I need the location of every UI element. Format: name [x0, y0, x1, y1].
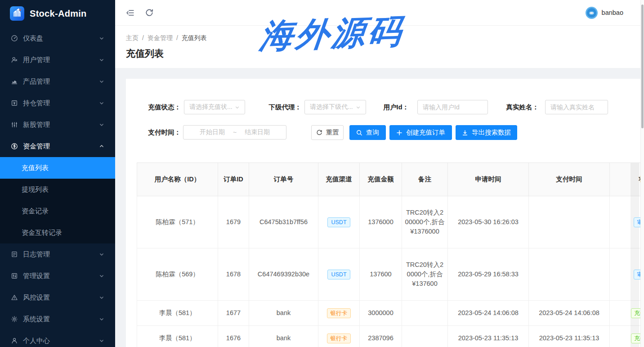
sidebar-item-admin-settings[interactable]: 管理设置	[0, 265, 115, 287]
chevron-down-icon	[99, 57, 104, 63]
download-icon	[462, 130, 468, 136]
cell-channel: 银行卡	[318, 326, 360, 347]
pay-time-label: 支付时间：	[139, 125, 181, 140]
sidebar-item-new-stock-management[interactable]: 新股管理	[0, 114, 115, 135]
sidebar-item-product-management[interactable]: 产品管理	[0, 71, 115, 92]
chevron-down-icon	[99, 79, 104, 84]
user-id-input[interactable]	[417, 100, 488, 114]
sidebar-item-system-settings[interactable]: 系统设置	[0, 308, 115, 330]
cell-pay-time	[529, 248, 610, 301]
breadcrumb-funds[interactable]: 资金管理	[148, 34, 173, 42]
export-label: 导出搜索数据	[472, 128, 511, 137]
sidebar-item-funds-management[interactable]: 资金管理	[0, 135, 115, 157]
range-separator: ~	[233, 129, 237, 136]
sidebar-item-position-management[interactable]: 持仓管理	[0, 92, 115, 114]
col-order-id: 订单ID	[218, 163, 249, 196]
channel-badge: USDT	[327, 270, 350, 279]
sidebar-subitem-funds-records[interactable]: 资金记录	[0, 200, 115, 222]
sidebar-item-label: 个人中心	[23, 337, 50, 345]
profile-icon	[11, 337, 18, 344]
menu-fold-icon[interactable]	[126, 8, 135, 17]
cell-order-id: 1676	[218, 326, 249, 347]
col-remark: 备注	[402, 163, 448, 196]
sidebar-subitem-label: 提现列表	[22, 185, 49, 194]
user-management-icon	[11, 56, 18, 63]
cell-apply-time: 2023-05-23 11:35:13	[448, 326, 529, 347]
real-name-input[interactable]	[545, 100, 608, 114]
sidebar-item-label: 仪表盘	[23, 34, 43, 43]
table-row: 陈柏霖（569） 1678 C647469392b30e USDT 137600…	[137, 248, 644, 301]
logo-row[interactable]: Stock-Admin	[0, 0, 115, 27]
cell-pay-time: 2023-05-24 14:06:08	[529, 301, 610, 326]
sidebar-subitem-recharge-list[interactable]: 充值列表	[0, 157, 115, 179]
real-name-label: 真实姓名：	[496, 100, 539, 114]
funds-icon	[11, 143, 18, 150]
cell-user: 陈柏霖（571）	[137, 196, 218, 248]
sidebar-item-label: 资金管理	[23, 142, 50, 151]
pay-time-range-picker[interactable]: 开始日期 ~ 结束日期	[183, 125, 286, 140]
cell-apply-time: 2023-05-30 16:26:03	[448, 196, 529, 248]
window-scrollbar[interactable]	[640, 0, 644, 347]
new-stock-icon	[11, 121, 18, 128]
sidebar-subitem-funds-transfer-records[interactable]: 资金互转记录	[0, 222, 115, 243]
cell-user: 李晨（581）	[137, 301, 218, 326]
refresh-icon[interactable]	[145, 8, 154, 17]
sidebar-item-personal-center[interactable]: 个人中心	[0, 330, 115, 347]
table-row: 李晨（581） 1677 bank 银行卡 3000000 2023-05-24…	[137, 301, 644, 326]
funds-submenu: 充值列表 提现列表 资金记录 资金互转记录	[0, 157, 115, 243]
sidebar-item-user-management[interactable]: 用户管理	[0, 49, 115, 71]
cell-apply-time: 2023-05-29 16:58:33	[448, 248, 529, 301]
scrollbar-thumb[interactable]	[641, 5, 644, 128]
recharge-table: 用户名称（ID） 订单ID 订单号 充值渠道 充值金额 备注 申请时间 支付时间…	[137, 162, 644, 347]
channel-badge: USDT	[327, 217, 350, 227]
chevron-down-icon	[99, 252, 104, 257]
cell-order-id: 1679	[218, 196, 249, 248]
table-row: 李晨（581） 1676 bank 银行卡 2387096 2023-05-23…	[137, 326, 644, 347]
sidebar-item-label: 产品管理	[23, 77, 50, 86]
create-label: 创建充值订单	[406, 128, 445, 137]
table-scrollbar-gutter[interactable]	[631, 163, 639, 347]
breadcrumb-home[interactable]: 主页	[126, 34, 139, 42]
export-data-button[interactable]: 导出搜索数据	[456, 125, 517, 140]
search-icon	[356, 130, 362, 136]
cell-user: 李晨（581）	[137, 326, 218, 347]
chevron-up-icon	[99, 144, 104, 149]
app-title: Stock-Admin	[30, 9, 87, 19]
breadcrumb: 主页 / 资金管理 / 充值列表	[126, 34, 633, 42]
sidebar-item-label: 新股管理	[23, 121, 50, 129]
create-recharge-order-button[interactable]: 创建充值订单	[389, 125, 452, 140]
reset-button[interactable]: 重置	[311, 125, 344, 140]
recharge-status-select[interactable]: 请选择充值状...	[184, 100, 245, 114]
cell-order-no: C6475b31b7ff56	[249, 196, 318, 248]
cell-order-id: 1678	[218, 248, 249, 301]
breadcrumb-current: 充值列表	[182, 34, 207, 42]
cell-channel: USDT	[318, 248, 360, 301]
sidebar-item-label: 风控设置	[23, 293, 50, 302]
sidebar-subitem-label: 资金互转记录	[22, 229, 62, 237]
cell-remark: TRC20转入20000个,折合¥137600	[402, 248, 448, 301]
channel-badge: 银行卡	[327, 308, 351, 318]
admin-settings-icon	[11, 272, 18, 279]
user-menu[interactable]: banbao	[586, 7, 623, 19]
sidebar-subitem-withdraw-list[interactable]: 提现列表	[0, 179, 115, 200]
top-toolbar: banbao	[115, 0, 644, 26]
risk-icon	[11, 294, 18, 301]
cell-amount: 1376000	[360, 196, 402, 248]
table-header-row: 用户名称（ID） 订单ID 订单号 充值渠道 充值金额 备注 申请时间 支付时间…	[137, 163, 644, 196]
sidebar-item-label: 日志管理	[23, 250, 50, 259]
col-order-no: 订单号	[249, 163, 318, 196]
product-icon	[11, 78, 18, 85]
sidebar-item-label: 用户管理	[23, 56, 50, 64]
sidebar-item-dashboard[interactable]: 仪表盘	[0, 27, 115, 49]
agent-select[interactable]: 请选择下级代...	[304, 100, 366, 114]
search-button[interactable]: 查询	[349, 125, 386, 140]
breadcrumb-separator: /	[176, 34, 178, 42]
sidebar-item-log-management[interactable]: 日志管理	[0, 243, 115, 265]
cell-order-no: bank	[249, 301, 318, 326]
chevron-down-icon	[99, 273, 104, 279]
chevron-down-icon	[99, 295, 104, 300]
sidebar-item-risk-settings[interactable]: 风控设置	[0, 287, 115, 308]
sidebar-menu: 仪表盘 用户管理 产品管理 持仓管理 新股管理	[0, 27, 115, 347]
dashboard-icon	[11, 35, 18, 42]
search-label: 查询	[366, 128, 379, 137]
